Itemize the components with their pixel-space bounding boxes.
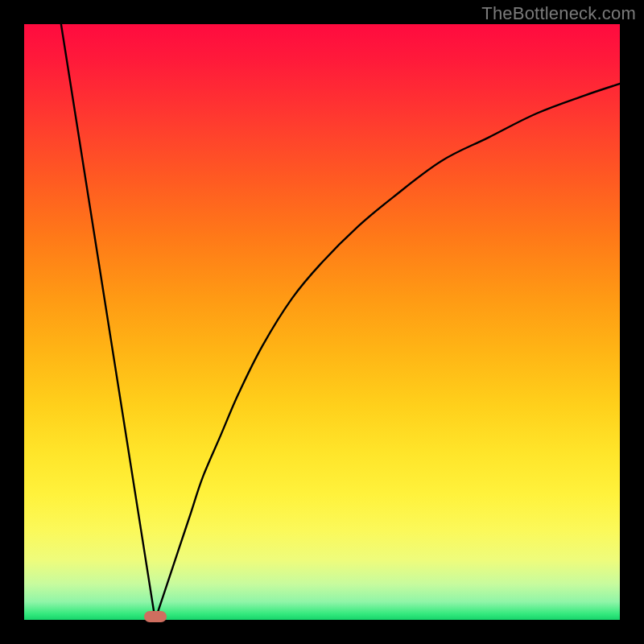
plot-area bbox=[24, 24, 620, 620]
curve-right-branch bbox=[155, 84, 620, 620]
curve-left-branch bbox=[61, 24, 155, 620]
watermark-text: TheBottleneck.com bbox=[481, 3, 636, 24]
chart-frame: TheBottleneck.com bbox=[0, 0, 644, 644]
curve-layer bbox=[24, 24, 620, 620]
minimum-marker bbox=[144, 611, 167, 622]
